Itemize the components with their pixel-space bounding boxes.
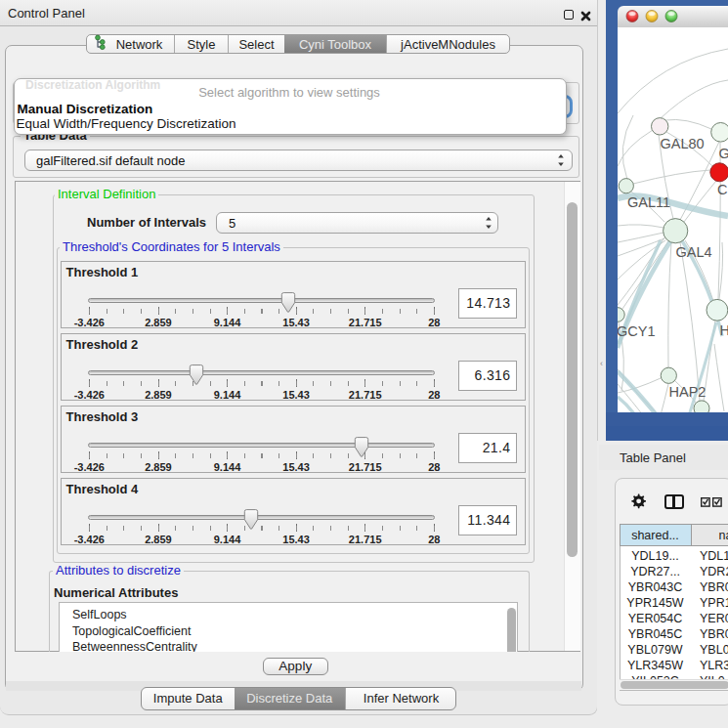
svg-text:HAP2: HAP2 — [669, 384, 707, 400]
svg-text:GAL80: GAL80 — [661, 136, 705, 151]
svg-text:HA: HA — [720, 322, 728, 338]
svg-text:CR: CR — [717, 182, 728, 197]
svg-text:GAL11: GAL11 — [627, 194, 670, 210]
svg-text:GCY1: GCY1 — [618, 323, 656, 339]
svg-text:GAL4: GAL4 — [676, 244, 712, 260]
svg-text:GA: GA — [719, 146, 728, 161]
